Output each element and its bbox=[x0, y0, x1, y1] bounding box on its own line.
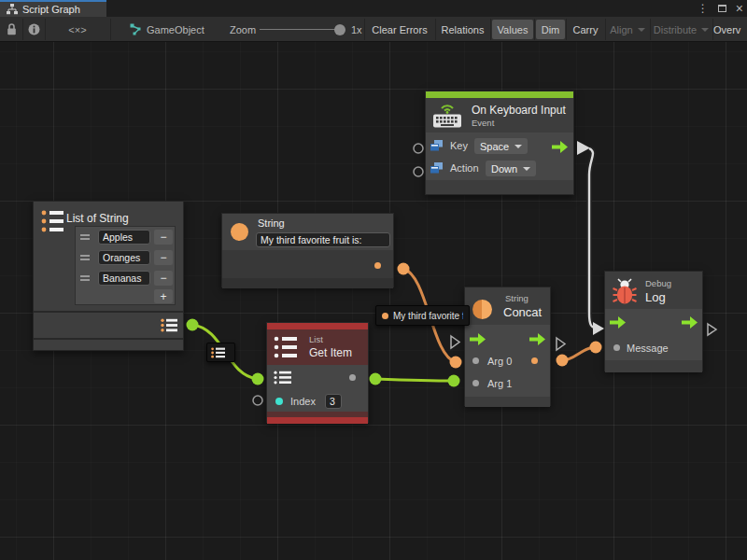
code-icon: <×> bbox=[68, 24, 86, 35]
lock-button[interactable] bbox=[0, 20, 22, 39]
clear-errors-button[interactable]: Clear Errors bbox=[365, 20, 434, 39]
gameobject-icon bbox=[130, 23, 142, 35]
list-input-port[interactable] bbox=[252, 373, 264, 385]
relations-button[interactable]: Relations bbox=[436, 20, 489, 39]
maximize-icon[interactable] bbox=[718, 5, 726, 12]
dim-button[interactable]: Dim bbox=[536, 20, 565, 39]
window-menu-icon[interactable]: ⋮ bbox=[698, 3, 709, 14]
lock-icon bbox=[7, 23, 17, 35]
graph-icon bbox=[7, 4, 18, 15]
chevron-down-icon bbox=[638, 28, 645, 32]
message-input-port[interactable] bbox=[590, 342, 602, 354]
arg1-port[interactable] bbox=[448, 375, 460, 387]
tab-title: Script Graph bbox=[22, 4, 80, 15]
align-button[interactable]: Align bbox=[606, 20, 649, 39]
action-port[interactable] bbox=[414, 167, 423, 176]
info-button[interactable] bbox=[22, 20, 45, 39]
graph-canvas[interactable]: On Keyboard Input Event Key Space bbox=[0, 42, 747, 560]
chevron-down-icon bbox=[701, 28, 709, 32]
code-view-button[interactable]: <×> bbox=[45, 20, 110, 39]
wire-layer bbox=[0, 42, 747, 560]
close-icon[interactable]: × bbox=[736, 2, 743, 15]
result-output-port[interactable] bbox=[557, 355, 569, 367]
item-output-port[interactable] bbox=[370, 373, 382, 385]
info-icon bbox=[28, 23, 40, 35]
index-port[interactable] bbox=[253, 396, 262, 405]
zoom-slider-handle[interactable] bbox=[334, 24, 345, 35]
zoom-label: Zoom bbox=[230, 24, 256, 35]
script-graph-window: Script Graph ⋮ × <×> bbox=[0, 0, 747, 560]
list-value-tooltip bbox=[206, 343, 235, 362]
wire-item[interactable] bbox=[375, 379, 454, 381]
tab-script-graph[interactable]: Script Graph bbox=[0, 0, 106, 17]
list-icon bbox=[211, 347, 225, 358]
flow-out-port-triangle[interactable] bbox=[577, 141, 590, 155]
zoom-slider-track[interactable] bbox=[260, 29, 342, 30]
gameobject-label[interactable]: GameObject bbox=[147, 24, 204, 35]
log-flow-out-port[interactable] bbox=[708, 324, 716, 335]
arg0-port[interactable] bbox=[450, 357, 462, 369]
list-output-port[interactable] bbox=[187, 319, 199, 331]
string-type-dot bbox=[382, 313, 388, 319]
overview-button[interactable]: Overv bbox=[713, 20, 747, 39]
string-output-port[interactable] bbox=[398, 263, 410, 275]
title-bar: Script Graph ⋮ × bbox=[0, 0, 747, 17]
tooltip-text: My third favorite fr... bbox=[393, 311, 463, 321]
values-button[interactable]: Values bbox=[492, 20, 533, 39]
distribute-button[interactable]: Distribute bbox=[651, 20, 712, 39]
flow-in-port-triangle[interactable] bbox=[593, 322, 604, 335]
string-value-tooltip: My third favorite fr... bbox=[375, 305, 470, 326]
carry-button[interactable]: Carry bbox=[567, 20, 604, 39]
concat-flow-out-port[interactable] bbox=[557, 338, 565, 350]
key-port[interactable] bbox=[414, 144, 423, 153]
graph-toolbar: <×> GameObject Zoom 1x Clear Errors Rela… bbox=[0, 17, 747, 42]
concat-flow-in-port[interactable] bbox=[451, 336, 459, 348]
zoom-value: 1x bbox=[351, 24, 362, 35]
